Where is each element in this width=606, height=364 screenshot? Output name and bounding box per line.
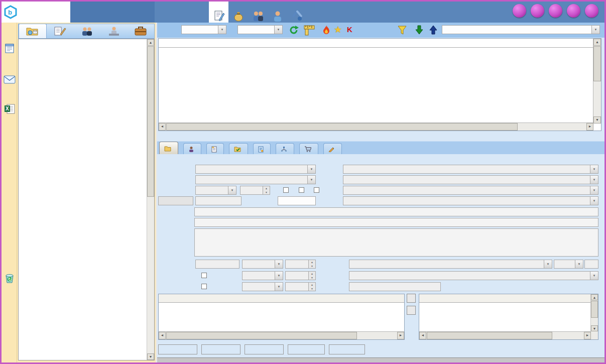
arrow-down-icon[interactable] [415,25,423,35]
tree-vertical-scrollbar[interactable]: ▲ ▼ [147,39,154,360]
description-field[interactable] [194,228,598,257]
new-card-button[interactable] [2,44,17,56]
table-vertical-scrollbar[interactable]: ▲ ▼ [593,39,601,124]
tab-tasks[interactable] [253,143,271,155]
executor-select[interactable]: ▼ [195,175,316,184]
tab-cover[interactable] [159,142,178,155]
favorite-star-icon[interactable]: ★ [334,24,342,35]
flag-p-checkbox[interactable] [299,187,304,193]
scroll-down-arrow[interactable]: ▼ [147,353,154,360]
initiator-select[interactable]: ▼ [195,165,316,174]
stage-date-select[interactable]: ▼ [242,260,283,269]
k-filter-icon[interactable]: K [347,25,352,34]
scroll-left-arrow[interactable]: ◄ [159,123,166,131]
copies-vertical-scrollbar[interactable]: ▲ ▼ [590,294,598,339]
scroll-right-arrow[interactable]: ► [584,332,591,339]
info-button[interactable] [531,4,544,18]
ruler-icon[interactable] [304,25,315,36]
stage-field[interactable] [195,260,239,269]
copies-horizontal-scrollbar[interactable]: ◄ ► [419,331,591,339]
scroll-thumb[interactable] [147,46,154,197]
scroll-thumb[interactable] [593,46,601,81]
basis-field[interactable] [194,218,598,227]
theme-field[interactable] [194,207,598,216]
scroll-thumb[interactable] [591,301,598,318]
controller-select[interactable]: ▼ [349,271,598,280]
project-select[interactable]: ▼ [343,186,598,195]
time-reg-spinner[interactable]: ▲▼ [240,186,270,195]
stage-time-spinner[interactable]: ▲▼ [285,260,316,269]
scroll-up-arrow[interactable]: ▲ [591,294,598,300]
module-staff[interactable] [268,2,287,23]
delete-button[interactable]: ↻ [2,273,17,286]
archive-button[interactable] [329,344,365,354]
dropdown-arrow-icon[interactable]: ▼ [591,26,599,34]
on-control-date-select[interactable]: ▼ [242,271,283,280]
table-horizontal-scrollbar[interactable]: ◄ ► [159,123,593,131]
scroll-up-arrow[interactable]: ▲ [593,39,601,46]
type-select[interactable]: ▼ [343,165,598,174]
signatures-horizontal-scrollbar[interactable]: ◄ ► [159,331,404,339]
tree-tab-journal[interactable] [47,24,74,38]
scroll-up-arrow[interactable]: ▲ [147,39,154,46]
tab-document[interactable] [206,143,224,155]
tab-links[interactable] [276,143,294,155]
client-select[interactable]: ▼ [343,196,598,205]
scroll-thumb[interactable] [166,332,357,339]
tab-files[interactable] [229,143,248,155]
result-time-spinner[interactable] [584,260,598,269]
minimize-button[interactable] [549,4,562,18]
tab-requests[interactable] [299,143,318,155]
tree-tab-cases[interactable] [127,24,154,38]
propose-button[interactable] [158,344,197,354]
scroll-down-arrow[interactable]: ▼ [593,116,601,124]
maximize-button[interactable] [567,4,580,18]
module-docflow[interactable] [209,2,228,23]
tree-tab-assistants[interactable] [100,24,128,38]
tree-tab-contacts[interactable] [73,24,100,38]
scope-select[interactable]: ▼ [442,25,600,34]
module-budget[interactable] [228,2,248,23]
dropdown-arrow-icon[interactable]: ▼ [218,26,226,34]
dropdown-arrow-icon[interactable]: ▼ [274,26,282,34]
move-left-button[interactable] [407,294,416,303]
close-button[interactable] [585,4,598,18]
tab-events[interactable] [323,143,342,155]
module-crm[interactable] [248,2,268,23]
move-right-button[interactable] [407,306,416,315]
off-control-checkbox[interactable] [201,284,207,289]
tab-participation[interactable] [183,143,201,155]
date-from-input[interactable]: ▼ [181,25,226,34]
scroll-thumb[interactable] [427,332,552,339]
scroll-right-arrow[interactable]: ► [397,332,404,339]
fire-icon[interactable] [322,25,331,36]
date-to-input[interactable]: ▼ [237,25,283,34]
result-date-select[interactable]: ▼ [554,260,583,269]
module-tuning[interactable] [287,2,307,23]
flag-v-checkbox[interactable] [283,187,289,193]
date-reg-select[interactable]: ▼ [195,186,236,195]
reg-num-button[interactable] [158,196,193,205]
off-control-time-spinner[interactable]: ▲▼ [285,282,316,291]
on-control-checkbox[interactable] [201,273,207,278]
on-control-time-spinner[interactable]: ▲▼ [285,271,316,280]
to-excel-button[interactable]: X [2,104,17,116]
off-control-date-select[interactable]: ▼ [242,282,283,291]
reject-button[interactable] [288,344,325,354]
activate-button[interactable] [245,344,284,354]
case-select[interactable]: ▼ [343,175,598,184]
scroll-left-arrow[interactable]: ◄ [419,332,426,339]
sign-button[interactable] [201,344,240,354]
refresh-icon[interactable] [289,25,299,35]
scroll-down-arrow[interactable]: ▼ [591,325,598,331]
funnel-icon[interactable] [397,25,407,35]
scroll-thumb[interactable] [166,123,518,131]
help-button[interactable] [513,4,526,18]
arrow-up-icon[interactable] [429,25,437,35]
status-k-field[interactable] [349,282,441,291]
result-select[interactable]: ▼ [349,260,552,269]
scroll-left-arrow[interactable]: ◄ [159,332,166,339]
reg-num-field[interactable] [195,196,241,205]
scroll-right-arrow[interactable]: ► [586,123,593,131]
send-button[interactable] [2,75,17,86]
